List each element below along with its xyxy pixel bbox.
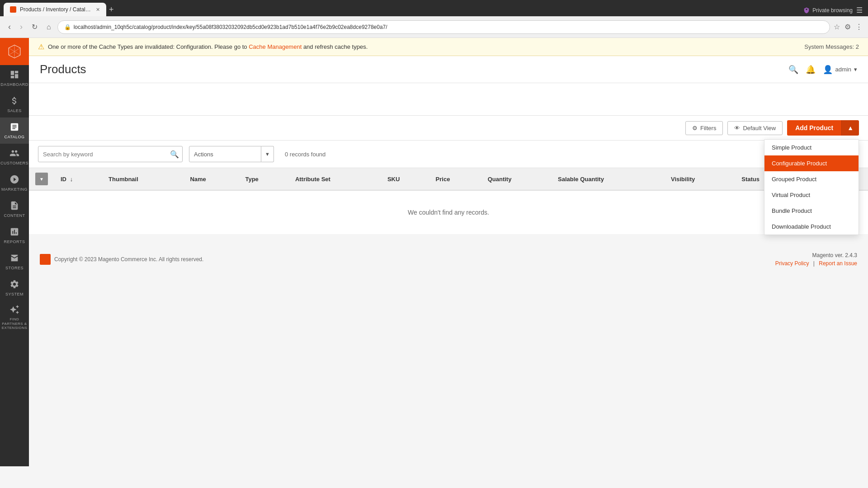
- sidebar-item-stores[interactable]: STORES: [0, 249, 29, 275]
- system-messages-count: System Messages: 2: [804, 43, 859, 50]
- sidebar-item-customers[interactable]: CUSTOMERS: [0, 144, 29, 170]
- columns-button[interactable]: 👁 Default View: [727, 121, 783, 135]
- footer-copyright: Copyright © 2023 Magento Commerce Inc. A…: [54, 256, 203, 263]
- browser-overflow-icon[interactable]: ⋮: [855, 23, 863, 31]
- system-icon: [9, 279, 19, 290]
- admin-menu[interactable]: 👤 admin ▾: [823, 65, 857, 75]
- search-actions-row: 🔍 ActionsDeleteChange StatusUpdate Attri…: [29, 141, 868, 168]
- select-all-checkbox[interactable]: ▼: [35, 173, 48, 185]
- system-message-text: One or more of the Cache Types are inval…: [48, 43, 368, 50]
- table-header-name: Name: [184, 168, 239, 190]
- products-table: ▼ ID ↓ Thumbnail Name Type Attribute Set: [29, 168, 868, 234]
- sidebar-item-find[interactable]: FIND PARTNERS & EXTENSIONS: [0, 301, 29, 334]
- sales-icon: [9, 96, 19, 107]
- add-product-group: Add Product ▲: [787, 120, 859, 136]
- content-icon: [9, 201, 19, 211]
- forward-button[interactable]: ›: [17, 20, 25, 33]
- privacy-policy-link[interactable]: Privacy Policy: [775, 260, 809, 267]
- sidebar-item-system[interactable]: SYSTEM: [0, 275, 29, 301]
- grid-toolbar: ⚙ Filters 👁 Default View Add Product ▲: [29, 116, 868, 141]
- catalog-icon: [9, 122, 19, 133]
- dropdown-item-virtual[interactable]: Virtual Product: [764, 187, 859, 203]
- app-container: DASHBOARD SALES CATALOG CUSTOMERS MARKET…: [0, 38, 868, 466]
- table-header-thumbnail: Thumbnail: [102, 168, 184, 190]
- banner-area: [29, 83, 868, 116]
- add-product-button[interactable]: Add Product: [787, 120, 841, 136]
- eye-icon: 👁: [734, 125, 740, 131]
- browser-tab-bar: Products / Inventory / Catalog / ✕ + Pri…: [0, 0, 868, 16]
- filters-button[interactable]: ⚙ Filters: [685, 121, 723, 135]
- sidebar-item-marketing[interactable]: MARKETING: [0, 170, 29, 196]
- table-header-quantity: Quantity: [481, 168, 552, 190]
- footer-separator: |: [813, 260, 815, 267]
- new-tab-button[interactable]: +: [109, 5, 114, 16]
- bookmark-icon[interactable]: ☆: [834, 23, 840, 31]
- report-issue-link[interactable]: Report an Issue: [819, 260, 857, 267]
- home-button[interactable]: ⌂: [44, 21, 54, 33]
- page-header: Products 🔍 🔔 👤 admin ▾: [29, 56, 868, 83]
- table-header-sku: SKU: [381, 168, 429, 190]
- magento-version: Magento ver. 2.4.3: [775, 252, 857, 258]
- sidebar-item-catalog[interactable]: CATALOG: [0, 117, 29, 144]
- back-button[interactable]: ‹: [5, 20, 14, 33]
- reports-icon: [9, 227, 19, 238]
- sidebar-logo[interactable]: [0, 38, 29, 65]
- actions-wrapper: ActionsDeleteChange StatusUpdate Attribu…: [189, 146, 274, 162]
- table-header-id[interactable]: ID ↓: [54, 168, 102, 190]
- browser-menu-icon[interactable]: ☰: [856, 6, 863, 14]
- tab-close-icon[interactable]: ✕: [96, 7, 100, 13]
- tab-title: Products / Inventory / Catalog /: [20, 6, 92, 13]
- magento-footer-logo: [40, 254, 51, 265]
- products-area: ⚙ Filters 👁 Default View Add Product ▲: [29, 83, 868, 234]
- empty-table-row: We couldn't find any records.: [29, 190, 868, 234]
- dropdown-item-downloadable[interactable]: Downloadable Product: [764, 219, 859, 235]
- browser-tab[interactable]: Products / Inventory / Catalog / ✕: [4, 3, 106, 16]
- dropdown-item-simple[interactable]: Simple Product: [764, 140, 859, 155]
- actions-dropdown-button[interactable]: ▼: [261, 146, 274, 162]
- footer-links: Privacy Policy | Report an Issue: [775, 260, 857, 267]
- reload-button[interactable]: ↻: [29, 21, 40, 33]
- dropdown-item-bundle[interactable]: Bundle Product: [764, 203, 859, 219]
- actions-select[interactable]: ActionsDeleteChange StatusUpdate Attribu…: [189, 146, 261, 162]
- empty-message: We couldn't find any records.: [29, 190, 868, 234]
- search-header-button[interactable]: 🔍: [788, 65, 798, 75]
- url-text: localhost/admin_10qh5c/catalog/product/i…: [74, 24, 387, 30]
- find-icon: [9, 305, 19, 315]
- table-header-price: Price: [429, 168, 481, 190]
- browser-toolbar: ‹ › ↻ ⌂ 🔒 localhost/admin_10qh5c/catalog…: [0, 16, 868, 38]
- customers-icon: [9, 148, 19, 159]
- dropdown-item-configurable[interactable]: Configurable Product: [764, 155, 859, 171]
- table-header-visibility: Visibility: [665, 168, 735, 190]
- warning-icon: ⚠: [38, 42, 44, 51]
- table-header-attribute-set: Attribute Set: [289, 168, 381, 190]
- sidebar-item-content[interactable]: CONTENT: [0, 196, 29, 222]
- private-browsing-label: Private browsing: [803, 7, 853, 14]
- main-content: ⚠ One or more of the Cache Types are inv…: [29, 38, 868, 466]
- extensions-icon[interactable]: ⚙: [844, 23, 851, 31]
- table-header-type: Type: [239, 168, 288, 190]
- sidebar-item-dashboard[interactable]: DASHBOARD: [0, 65, 29, 91]
- dashboard-icon: [9, 70, 19, 80]
- search-submit-button[interactable]: 🔍: [166, 146, 183, 162]
- search-wrapper: 🔍: [38, 146, 183, 162]
- sidebar: DASHBOARD SALES CATALOG CUSTOMERS MARKET…: [0, 38, 29, 466]
- stores-icon: [9, 253, 19, 264]
- page-footer: Copyright © 2023 Magento Commerce Inc. A…: [29, 243, 868, 276]
- system-message-banner: ⚠ One or more of the Cache Types are inv…: [29, 38, 868, 56]
- notification-button[interactable]: 🔔: [806, 65, 816, 75]
- sidebar-item-reports[interactable]: REPORTS: [0, 222, 29, 249]
- cache-management-link[interactable]: Cache Management: [249, 43, 302, 50]
- search-input[interactable]: [38, 146, 183, 162]
- dropdown-item-grouped[interactable]: Grouped Product: [764, 171, 859, 187]
- filter-icon: ⚙: [692, 125, 698, 131]
- table-header-salable-quantity: Salable Quantity: [552, 168, 665, 190]
- sidebar-item-sales[interactable]: SALES: [0, 91, 29, 117]
- page-body: ⚙ Filters 👁 Default View Add Product ▲: [29, 83, 868, 466]
- records-count: 0 records found: [285, 151, 326, 158]
- product-type-dropdown: Simple Product Configurable Product Grou…: [764, 139, 859, 235]
- add-product-dropdown-button[interactable]: ▲: [841, 120, 859, 136]
- marketing-icon: [9, 174, 19, 185]
- footer-right: Magento ver. 2.4.3 Privacy Policy | Repo…: [775, 252, 857, 267]
- tab-favicon: [10, 6, 16, 13]
- address-bar[interactable]: 🔒 localhost/admin_10qh5c/catalog/product…: [57, 20, 830, 34]
